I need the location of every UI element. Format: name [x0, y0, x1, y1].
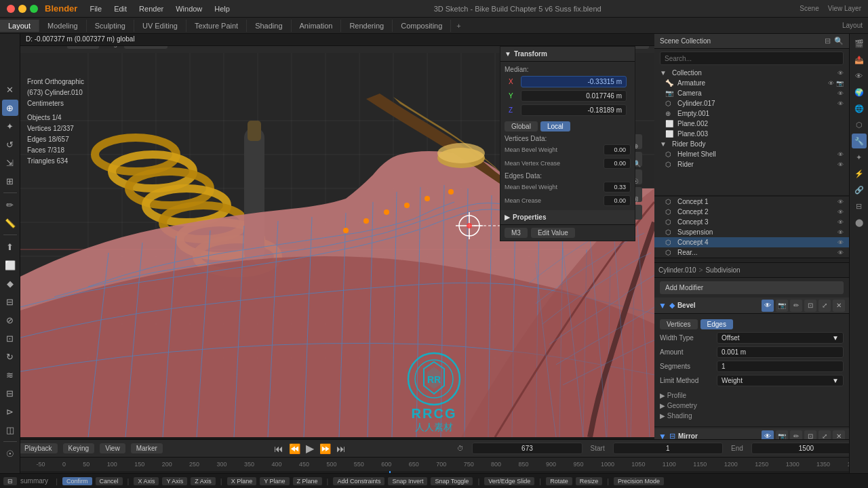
- playback-btn[interactable]: Playback: [19, 443, 58, 453]
- play-btn[interactable]: ▶: [306, 442, 314, 455]
- tool-select[interactable]: ✕: [2, 81, 18, 98]
- tool-knife[interactable]: ⊘: [2, 312, 18, 328]
- tool-poly-build[interactable]: ⊡: [2, 330, 18, 346]
- m3-btn[interactable]: M3: [505, 228, 528, 238]
- tool-scale[interactable]: ⇲: [2, 155, 18, 171]
- prop-tab-world[interactable]: 🌐: [852, 101, 867, 116]
- concept4-eye-icon[interactable]: 👁: [837, 239, 844, 246]
- close-button[interactable]: [7, 5, 15, 13]
- y-axis-btn[interactable]: Y Axis: [162, 477, 187, 485]
- menu-window[interactable]: Window: [170, 3, 208, 14]
- skip-start-btn[interactable]: ⏮: [274, 443, 283, 454]
- tab-texture-paint[interactable]: Texture Paint: [186, 20, 247, 32]
- tool-edge-slide[interactable]: ⊟: [2, 385, 18, 401]
- prop-tab-data[interactable]: ⊟: [852, 199, 867, 214]
- prop-tab-view[interactable]: 👁: [852, 68, 867, 83]
- snap-toggle-btn[interactable]: Snap Toggle: [431, 477, 473, 485]
- add-workspace-button[interactable]: +: [451, 20, 466, 32]
- tool-annotate[interactable]: ✏: [2, 197, 18, 213]
- edit-value-btn[interactable]: Edit Value: [531, 228, 575, 238]
- prop-tab-render[interactable]: 🎬: [852, 36, 867, 51]
- snap-invert-btn[interactable]: Snap Invert: [388, 477, 427, 485]
- tool-transform[interactable]: ⊞: [2, 173, 18, 189]
- marker-btn[interactable]: Marker: [131, 443, 163, 453]
- col-eye-icon[interactable]: 👁: [837, 70, 844, 77]
- transform-section-header[interactable]: ▼ Transform: [500, 47, 635, 62]
- tool-shear[interactable]: ◫: [2, 422, 18, 438]
- bevel-width-type-value[interactable]: Offset ▼: [717, 332, 844, 344]
- precision-mode-btn[interactable]: Precision Mode: [614, 477, 664, 485]
- outliner-search-icon[interactable]: 🔍: [834, 37, 844, 45]
- bevel-geometry-collapse[interactable]: ▶ Geometry: [660, 402, 697, 409]
- x-value[interactable]: -0.33315 m: [521, 76, 627, 87]
- outliner-search[interactable]: [660, 52, 844, 65]
- local-btn[interactable]: Local: [540, 121, 570, 131]
- cylinder017-eye-icon[interactable]: 👁: [837, 100, 844, 107]
- outliner-rear[interactable]: ⬡ Rear... 👁: [654, 247, 849, 258]
- outliner-item-rider[interactable]: ⬡ Rider 👁: [654, 159, 849, 169]
- tab-layout[interactable]: Layout: [0, 20, 39, 32]
- tool-bevel[interactable]: ◆: [2, 275, 18, 291]
- outliner-item-armature[interactable]: 🦴 Armature 👁 📷: [654, 78, 849, 88]
- view-btn[interactable]: View: [100, 443, 125, 453]
- bevel-profile-collapse[interactable]: ▶ Profile: [660, 392, 686, 399]
- z-axis-btn[interactable]: Z Axis: [191, 477, 216, 485]
- concept3-eye-icon[interactable]: 👁: [837, 219, 844, 226]
- tool-grab[interactable]: ☉: [2, 445, 18, 462]
- current-frame-value[interactable]: 673: [472, 443, 582, 454]
- tool-smooth[interactable]: ≋: [2, 367, 18, 383]
- armature-eye-icon[interactable]: 👁: [828, 80, 834, 87]
- menu-help[interactable]: Help: [209, 3, 235, 14]
- camera-eye-icon[interactable]: 👁: [837, 90, 844, 97]
- bevel-expand-btn[interactable]: ⤢: [818, 300, 831, 312]
- end-frame-value[interactable]: 1500: [751, 443, 861, 454]
- outliner-item-cylinder017[interactable]: ⬡ Cylinder.017 👁: [654, 98, 849, 108]
- prop-tab-modifier[interactable]: 🔧: [852, 134, 867, 148]
- concept1-eye-icon[interactable]: 👁: [837, 199, 844, 205]
- menu-render[interactable]: Render: [134, 3, 169, 14]
- prop-tab-particles[interactable]: ✦: [852, 150, 867, 165]
- bevel-edges-btn[interactable]: Edges: [701, 319, 733, 329]
- add-constraints-btn[interactable]: Add Constraints: [333, 477, 384, 485]
- prop-tab-physics[interactable]: ⚡: [852, 166, 867, 181]
- y-plane-btn[interactable]: Y Plane: [260, 477, 289, 485]
- bevel-shading-collapse[interactable]: ▶ Shading: [660, 412, 692, 420]
- tool-extrude[interactable]: ⬆: [2, 239, 18, 255]
- tool-loop-cut[interactable]: ⊟: [2, 293, 18, 310]
- tab-shading[interactable]: Shading: [247, 20, 291, 32]
- outliner-item-camera[interactable]: 📷 Camera 👁: [654, 88, 849, 98]
- bevel-vertices-btn[interactable]: Vertices: [660, 319, 698, 329]
- mean-crease-val[interactable]: 0.00: [604, 195, 631, 206]
- bevel-edit-btn[interactable]: ✏: [790, 300, 802, 312]
- outliner-item-collection[interactable]: ▼ Collection 👁: [654, 68, 849, 78]
- tab-rendering[interactable]: Rendering: [341, 20, 393, 32]
- x-axis-btn[interactable]: X Axis: [134, 477, 159, 485]
- tab-compositing[interactable]: Compositing: [393, 20, 451, 32]
- outliner-suspension[interactable]: ⬡ Suspension 👁: [654, 227, 849, 237]
- bevel-cage-btn[interactable]: ⊡: [804, 300, 816, 312]
- outliner-item-plane003[interactable]: ⬜ Plane.003: [654, 129, 849, 139]
- skip-end-btn[interactable]: ⏭: [336, 443, 346, 454]
- mean-vertex-crease-val[interactable]: 0.00: [604, 158, 631, 169]
- z-value[interactable]: -0.18189 m: [521, 104, 627, 116]
- bevel-limit-value[interactable]: Weight ▼: [717, 375, 844, 386]
- helmet-eye-icon[interactable]: 👁: [837, 151, 844, 158]
- prop-tab-material[interactable]: ⬤: [852, 215, 867, 230]
- outliner-concept1[interactable]: ⬡ Concept 1 👁: [654, 197, 849, 207]
- add-modifier-button[interactable]: Add Modifier: [660, 281, 844, 294]
- start-frame-value[interactable]: 1: [613, 443, 723, 454]
- tool-spin[interactable]: ↻: [2, 348, 18, 365]
- rear-eye-icon[interactable]: 👁: [837, 249, 844, 256]
- outliner-item-helmet[interactable]: ⬡ Helmet Shell 👁: [654, 149, 849, 159]
- outliner-concept3[interactable]: ⬡ Concept 3 👁: [654, 217, 849, 227]
- tab-modeling[interactable]: Modeling: [39, 20, 87, 32]
- tab-uv-editing[interactable]: UV Editing: [134, 20, 186, 32]
- menu-edit[interactable]: Edit: [108, 3, 132, 14]
- menu-file[interactable]: File: [84, 3, 107, 14]
- rotate-btn[interactable]: Rotate: [546, 477, 572, 485]
- step-forward-btn[interactable]: ⏩: [319, 443, 331, 454]
- tab-animation[interactable]: Animation: [292, 20, 342, 32]
- outliner-item-rider-body[interactable]: ▼ Rider Body: [654, 139, 849, 149]
- bevel-segments-value[interactable]: 1: [717, 361, 844, 372]
- prop-tab-constraints[interactable]: 🔗: [852, 182, 867, 197]
